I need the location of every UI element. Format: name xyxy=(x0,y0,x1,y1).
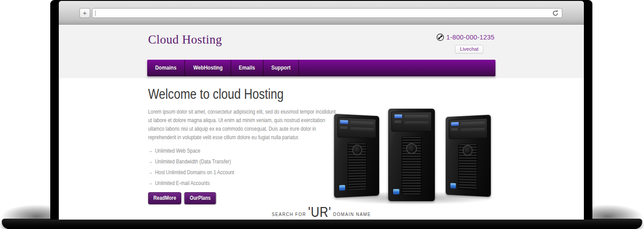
drive-bay xyxy=(449,118,487,139)
power-buttons xyxy=(394,120,402,123)
intel-badge xyxy=(451,183,456,189)
drive-bay xyxy=(337,117,376,138)
phone-icon xyxy=(436,33,444,41)
cta-button-row: ReadMore OurPlans xyxy=(148,192,342,204)
optical-drive xyxy=(404,115,429,119)
webpage: Cloud Hosting 1-800-000-1235 Liv xyxy=(59,25,584,220)
intel-badge xyxy=(339,185,345,191)
nav-item-support[interactable]: Support xyxy=(263,60,299,76)
feature-label: Unlimited Web Space xyxy=(155,148,201,154)
feature-item: →Host Unlimited Domains on 1 Account xyxy=(148,169,342,176)
dell-badge xyxy=(463,145,473,155)
phone-number[interactable]: 1-800-000-1235 xyxy=(447,34,495,41)
nav-label: WebHosting xyxy=(193,60,222,76)
arrow-icon: → xyxy=(148,169,153,176)
optical-drive xyxy=(461,121,485,127)
arrow-icon: → xyxy=(148,148,153,154)
browser-toolbar: + xyxy=(59,1,584,25)
laptop-bezel: + Cloud Hosting xyxy=(50,0,592,220)
domain-search-banner: SEARCH FOR 'UR' DOMAIN NAME xyxy=(147,205,495,219)
phone-contact: 1-800-000-1235 xyxy=(436,33,495,41)
server-tower-left xyxy=(334,114,379,198)
nav-label: Domains xyxy=(155,60,177,76)
intro-paragraph: Lorem ipsum dolor sit amet, consectetur … xyxy=(148,108,338,142)
ourplans-button[interactable]: OurPlans xyxy=(184,192,216,204)
nav-label: Support xyxy=(271,60,290,76)
site-logo[interactable]: Cloud Hosting xyxy=(148,33,222,47)
url-input[interactable] xyxy=(92,8,562,18)
readmore-button[interactable]: ReadMore xyxy=(148,192,181,204)
new-tab-button[interactable]: + xyxy=(79,8,90,18)
livechat-button[interactable]: Livechat xyxy=(455,45,483,53)
feature-item: →Unlimited E-mail Accounts xyxy=(148,180,342,186)
power-buttons xyxy=(340,126,347,129)
main-navigation: Domains WebHosting Emails Support xyxy=(147,60,495,76)
nav-label: Emails xyxy=(239,60,255,76)
site-content: Cloud Hosting 1-800-000-1235 Liv xyxy=(147,25,495,220)
feature-item: →Unlimited Web Space xyxy=(148,148,342,154)
search-banner-prefix: SEARCH FOR xyxy=(272,211,307,219)
browser-window: + Cloud Hosting xyxy=(59,1,584,220)
dell-badge xyxy=(352,145,362,155)
laptop-mockup: + Cloud Hosting xyxy=(0,0,644,229)
optical-drive xyxy=(461,128,485,132)
lcd-display xyxy=(340,120,348,124)
nav-item-emails[interactable]: Emails xyxy=(231,60,263,76)
optical-drive xyxy=(350,121,374,126)
lcd-display xyxy=(394,114,402,118)
nav-item-webhosting[interactable]: WebHosting xyxy=(185,60,232,76)
text-caret xyxy=(95,10,96,16)
arrow-icon: → xyxy=(148,180,153,186)
feature-label: Host Unlimited Domains on 1 Account xyxy=(155,169,234,176)
hero-text-column: Welcome to cloud Hosting Lorem ipsum dol… xyxy=(148,86,342,204)
intel-badge xyxy=(393,189,399,194)
feature-list: →Unlimited Web Space →Unlimited Bandwidt… xyxy=(148,148,342,186)
search-banner-highlight: 'UR' xyxy=(308,205,332,219)
drive-bay xyxy=(391,112,431,132)
nav-item-domains[interactable]: Domains xyxy=(147,60,185,76)
feature-label: Unlimited Bandwidth (Data Transfer) xyxy=(155,159,231,165)
feature-label: Unlimited E-mail Accounts xyxy=(155,180,210,186)
server-tower-center xyxy=(388,109,435,201)
refresh-icon[interactable] xyxy=(552,10,559,17)
server-tower-right xyxy=(446,114,491,197)
optical-drive xyxy=(350,127,374,132)
arrow-icon: → xyxy=(148,159,153,165)
lcd-display xyxy=(451,122,459,126)
feature-item: →Unlimited Bandwidth (Data Transfer) xyxy=(148,159,342,165)
search-banner-suffix: DOMAIN NAME xyxy=(333,211,371,219)
optical-drive xyxy=(404,121,429,125)
page-title: Welcome to cloud Hosting xyxy=(148,86,342,102)
dell-badge xyxy=(406,143,417,154)
laptop-base xyxy=(2,219,642,229)
power-buttons xyxy=(451,128,458,131)
server-towers-image xyxy=(333,108,492,203)
